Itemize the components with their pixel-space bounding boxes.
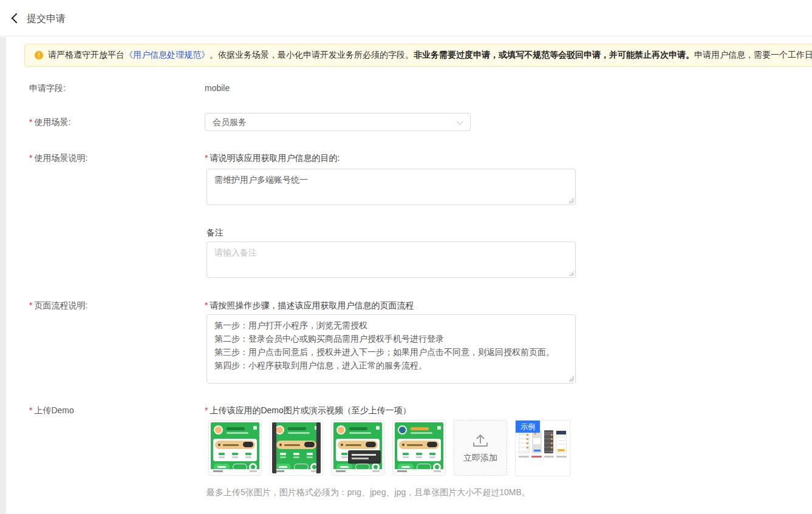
corner-icon-art — [253, 426, 257, 430]
scene-desc-label-text: 使用场景说明: — [34, 153, 87, 163]
warning-icon: ! — [35, 51, 43, 59]
flow-label-text: 页面流程说明: — [34, 300, 87, 310]
banner-text-art — [284, 444, 300, 446]
caption-bar — [544, 456, 554, 458]
avatar-art — [214, 425, 223, 435]
demo-screenshot-art — [211, 422, 259, 473]
stats-art — [215, 451, 255, 459]
flow-textarea-wrap: 第一步：用户打开小程序，浏览无需授权 第二步：登录会员中心或购买商品需用户授权手… — [206, 314, 576, 384]
flow-label: *页面流程说明: — [29, 300, 87, 311]
stat-art — [280, 453, 286, 458]
stat-art — [232, 453, 238, 458]
add-upload-label: 立即添加 — [463, 453, 497, 464]
subtitle-bar-art — [288, 432, 310, 434]
upload-demo-label-text: 上传Demo — [34, 405, 73, 415]
footer-strip-art — [395, 469, 443, 473]
upload-note: 最多上传5张图片，图片格式必须为：png、jpeg、jpg，且单张图片大小不超过… — [206, 487, 530, 498]
banner-dot-art — [279, 444, 282, 446]
footer-strip-art — [333, 469, 382, 473]
stat-art — [429, 453, 435, 458]
alert-text-1: 请严格遵守开放平台 — [48, 50, 125, 61]
dialog-art — [533, 438, 541, 444]
scene-desc-label: *使用场景说明: — [29, 153, 87, 164]
page-title: 提交申请 — [27, 13, 66, 25]
required-asterisk: * — [29, 300, 32, 310]
gold-banner-art — [276, 441, 316, 449]
example-phone-1 — [519, 430, 530, 453]
avatar-art — [336, 425, 346, 435]
banner-dot-art — [341, 444, 343, 446]
subtitle-bar-art — [227, 432, 248, 434]
banner-button-art — [427, 442, 437, 447]
footer-strip-art — [211, 469, 259, 473]
upload-demo-sublabel-text: 上传该应用的Demo图片或演示视频（至少上传一项） — [210, 405, 411, 415]
remark-label: 备注 — [206, 228, 223, 238]
required-asterisk: * — [29, 405, 32, 415]
stat-art — [293, 453, 299, 458]
usage-scene-selected-value: 会员服务 — [213, 117, 247, 127]
page-header: 提交申请 — [0, 0, 812, 36]
example-phones-art — [519, 430, 567, 453]
example-thumbnail[interactable]: 示例 — [515, 420, 570, 476]
alert-text-bold: 非业务需要过度申请，或填写不规范等会驳回申请，并可能禁止再次申请。 — [414, 50, 694, 61]
banner-text-art — [223, 444, 239, 446]
upload-demo-sublabel: *上传该应用的Demo图片或演示视频（至少上传一项） — [205, 405, 411, 416]
stat-art — [341, 453, 347, 458]
demo-member-center-screenshot-3[interactable] — [331, 420, 384, 476]
example-badge: 示例 — [516, 421, 540, 433]
alert-text-2: 。依据业务场景，最小化申请开发业务所必须的字段。 — [210, 50, 414, 61]
name-bar-art — [227, 427, 245, 430]
required-asterisk: * — [205, 300, 208, 310]
stat-art — [416, 453, 422, 458]
member-card-art — [397, 439, 441, 461]
scene-desc-sublabel-text: 请说明该应用获取用户信息的目的: — [210, 153, 339, 163]
demo-member-center-screenshot-2[interactable] — [270, 420, 323, 476]
example-phone-4 — [556, 430, 567, 453]
orange-button-art — [558, 449, 565, 451]
list-rows-art — [558, 436, 565, 447]
banner-dot-art — [402, 444, 404, 446]
orange-dots-art — [527, 434, 528, 451]
required-asterisk: * — [29, 117, 32, 127]
subtitle-bar-art — [349, 432, 371, 434]
add-upload-button[interactable]: 立即添加 — [454, 420, 507, 476]
example-phone-2 — [532, 430, 542, 453]
name-bar-art — [288, 427, 306, 430]
banner-button-art — [243, 442, 253, 447]
demo-upload-row: 立即添加 示例 — [208, 420, 570, 476]
usage-scene-select[interactable]: 会员服务 — [205, 113, 471, 131]
name-bar-art — [411, 427, 429, 430]
stat-art — [219, 453, 225, 458]
field-name-label: 申请字段: — [29, 83, 66, 94]
remark-textarea-wrap — [206, 242, 576, 278]
stat-art — [403, 453, 409, 458]
remark-textarea[interactable] — [206, 242, 576, 278]
footer-strip-art — [272, 469, 321, 473]
flow-textarea[interactable]: 第一步：用户打开小程序，浏览无需授权 第二步：登录会员中心或购买商品需用户授权手… — [206, 314, 576, 384]
banner-text-art — [346, 444, 361, 446]
stat-art — [245, 453, 251, 458]
blue-button-art — [534, 450, 541, 451]
policy-link[interactable]: 《用户信息处理规范》 — [125, 50, 210, 61]
gold-banner-art — [399, 441, 439, 449]
scene-desc-textarea[interactable]: 需维护用户多端账号统一 — [206, 169, 576, 205]
demo-screenshot-art — [395, 422, 443, 473]
demo-thumbnail-list — [208, 420, 446, 476]
stats-art — [276, 451, 316, 459]
demo-member-center-screenshot-4[interactable] — [392, 420, 446, 476]
gold-banner-art — [338, 441, 378, 449]
demo-member-center-screenshot-1[interactable] — [208, 420, 262, 476]
stats-art — [399, 451, 439, 459]
member-card-art — [275, 439, 318, 461]
scene-desc-sublabel: *请说明该应用获取用户信息的目的: — [205, 153, 339, 164]
usage-scene-label: *使用场景: — [29, 117, 70, 128]
avatar-art — [398, 425, 407, 435]
demo-screenshot-art — [333, 422, 382, 473]
demo-screenshot-art — [272, 422, 321, 473]
stat-art — [307, 453, 313, 458]
flow-sublabel-text: 请按照操作步骤，描述该应用获取用户信息的页面流程 — [210, 300, 414, 310]
corner-icon-art — [437, 426, 441, 430]
scene-desc-textarea-wrap: 需维护用户多端账号统一 — [206, 169, 576, 205]
back-button[interactable] — [9, 12, 23, 26]
chevron-down-icon — [456, 118, 463, 124]
